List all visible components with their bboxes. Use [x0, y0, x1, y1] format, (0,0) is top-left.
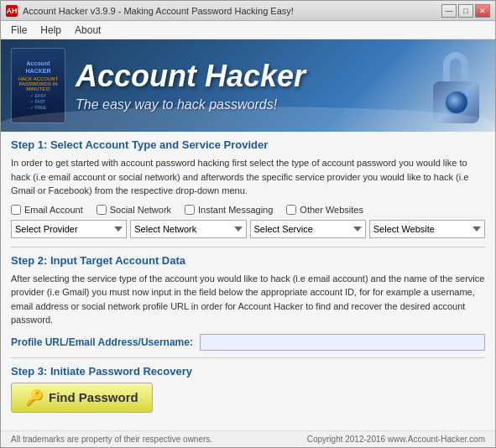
step1-section: Step 1: Select Account Type and Service … [11, 138, 485, 238]
provider-dropdown[interactable]: Select Provider [11, 220, 127, 238]
banner: AccountHACKER HACK ACCOUNTPASSWORDS IN M… [1, 39, 495, 132]
checkbox-social-input[interactable] [97, 205, 107, 215]
menu-help[interactable]: Help [34, 23, 68, 38]
profile-label: Profile URL/Email Address/Username: [11, 336, 193, 348]
checkbox-other[interactable]: Other Websites [286, 205, 363, 215]
box-subtitle: HACK ACCOUNTPASSWORDS IN MINUTES! [15, 76, 61, 91]
box-title: AccountHACKER [26, 60, 51, 75]
checkbox-social[interactable]: Social Network [97, 205, 171, 215]
checkbox-email-input[interactable] [11, 205, 21, 215]
step1-header: Step 1: Select Account Type and Service … [11, 138, 485, 151]
step2-description: After selecting the service type of the … [11, 272, 485, 327]
footer-left: All trademarks are property of their res… [11, 435, 212, 444]
main-window: AH Account Hacker v3.9.9 - Making Accoun… [0, 0, 496, 448]
checkbox-instant-input[interactable] [185, 205, 195, 215]
banner-content: Account Hacker The easy way to hack pass… [65, 59, 426, 112]
close-button[interactable]: ✕ [475, 4, 490, 18]
checkbox-instant[interactable]: Instant Messaging [185, 205, 273, 215]
step1-description: In order to get started with account pas… [11, 156, 485, 198]
find-password-button[interactable]: 🔑 Find Password [11, 383, 153, 413]
title-bar: AH Account Hacker v3.9.9 - Making Accoun… [1, 1, 495, 21]
footer-right: Copyright 2012-2016 www.Account-Hacker.c… [307, 435, 485, 444]
step2-section: Step 2: Input Target Account Data After … [11, 254, 485, 351]
service-dropdown[interactable]: Select Service [250, 220, 366, 238]
window-controls: — □ ✕ [441, 4, 490, 18]
step3-section: Step 3: Initiate Password Recovery 🔑 Fin… [11, 365, 485, 413]
step3-header: Step 3: Initiate Password Recovery [11, 365, 485, 378]
window-title: Account Hacker v3.9.9 - Making Account P… [23, 6, 294, 16]
divider-1 [11, 247, 485, 247]
box-features: ✓ EASY✓ FAST✓ FREE [30, 93, 46, 111]
network-dropdown[interactable]: Select Network [130, 220, 246, 238]
checkbox-other-input[interactable] [286, 205, 296, 215]
menu-file[interactable]: File [4, 23, 34, 38]
banner-main-title: Account Hacker [76, 59, 305, 94]
key-icon: 🔑 [25, 388, 44, 407]
app-icon: AH [6, 5, 18, 17]
divider-2 [11, 357, 485, 358]
service-dropdowns: Select Provider Select Network Select Se… [11, 220, 485, 238]
menu-about[interactable]: About [68, 23, 107, 38]
footer: All trademarks are property of their res… [1, 430, 495, 447]
website-dropdown[interactable]: Select Website [369, 220, 485, 238]
find-password-label: Find Password [49, 390, 138, 404]
maximize-button[interactable]: □ [458, 4, 473, 18]
checkbox-email[interactable]: Email Account [11, 205, 83, 215]
menu-bar: File Help About [1, 21, 495, 39]
profile-input[interactable] [200, 334, 485, 351]
profile-row: Profile URL/Email Address/Username: [11, 334, 485, 351]
minimize-button[interactable]: — [441, 4, 457, 18]
main-content: Step 1: Select Account Type and Service … [1, 132, 495, 430]
step2-header: Step 2: Input Target Account Data [11, 254, 485, 267]
account-type-checkboxes: Email Account Social Network Instant Mes… [11, 205, 485, 215]
